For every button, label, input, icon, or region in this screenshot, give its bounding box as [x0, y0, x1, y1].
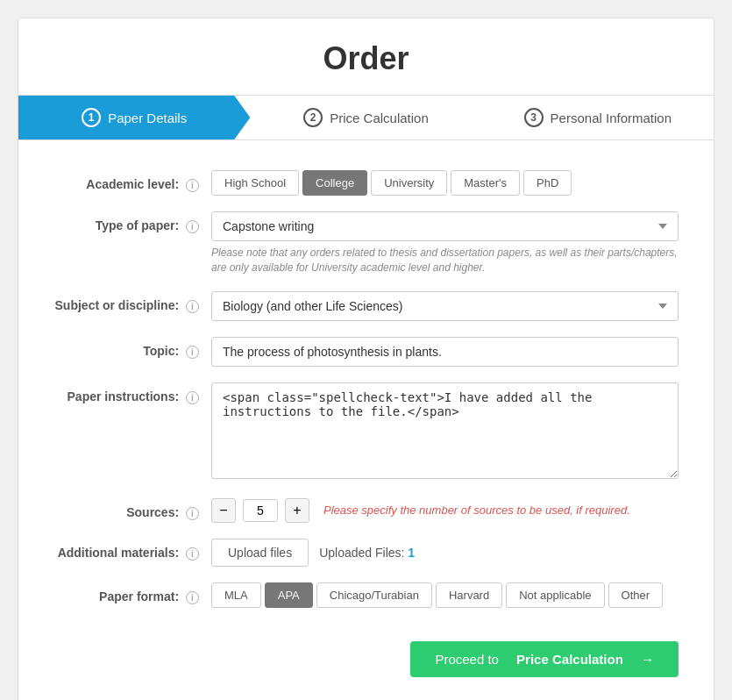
instructions-textarea[interactable]: <span class="spellcheck-text">I have add…	[211, 382, 679, 479]
additional-materials-label: Additional materials: i	[53, 539, 211, 561]
sources-label: Sources: i	[53, 498, 211, 520]
instructions-control: <span class="spellcheck-text">I have add…	[211, 382, 679, 482]
step2-label: Price Calculation	[330, 111, 429, 125]
topic-input[interactable]	[211, 337, 679, 367]
proceed-button[interactable]: Proceed to Price Calculation →	[410, 641, 679, 677]
instructions-info-icon[interactable]: i	[186, 391, 199, 404]
academic-level-info-icon[interactable]: i	[186, 179, 199, 192]
paper-format-options: MLA APA Chicago/Turabian Harvard Not app…	[211, 582, 679, 608]
step-paper-details[interactable]: 1 Paper Details	[18, 96, 250, 139]
step1-label: Paper Details	[108, 111, 187, 125]
subject-info-icon[interactable]: i	[186, 300, 199, 313]
topic-label: Topic: i	[53, 337, 211, 359]
sources-note: Please specify the number of sources to …	[323, 504, 630, 517]
academic-level-label: Academic level: i	[53, 170, 211, 192]
sources-value-input[interactable]	[243, 499, 278, 522]
additional-materials-row: Additional materials: i Upload files Upl…	[53, 539, 679, 567]
option-not-applicable[interactable]: Not applicable	[506, 582, 604, 608]
step2-num: 2	[303, 108, 323, 127]
step3-num: 3	[524, 108, 544, 127]
option-other[interactable]: Other	[608, 582, 664, 608]
proceed-btn-strong: Price Calculation	[516, 652, 623, 667]
uploaded-count: 1	[408, 546, 415, 560]
type-of-paper-info-icon[interactable]: i	[186, 220, 199, 233]
order-page: Order 1 Paper Details 2 Price Calculatio…	[18, 18, 714, 700]
academic-level-row: Academic level: i High School College Un…	[53, 170, 679, 196]
type-of-paper-row: Type of paper: i Capstone writing Please…	[53, 211, 679, 275]
sources-info-icon[interactable]: i	[186, 507, 199, 520]
type-of-paper-note: Please note that any orders related to t…	[211, 246, 679, 275]
subject-select[interactable]: Biology (and other Life Sciences)	[211, 291, 679, 321]
uploaded-info: Uploaded Files: 1	[319, 546, 415, 560]
topic-info-icon[interactable]: i	[186, 346, 199, 359]
option-college[interactable]: College	[302, 170, 367, 196]
academic-level-control: High School College University Master's …	[211, 170, 679, 196]
paper-format-control: MLA APA Chicago/Turabian Harvard Not app…	[211, 582, 679, 608]
sources-control-wrapper: − + Please specify the number of sources…	[211, 498, 679, 523]
option-university[interactable]: University	[371, 170, 447, 196]
subject-row: Subject or discipline: i Biology (and ot…	[53, 291, 679, 321]
sources-decrement-button[interactable]: −	[211, 498, 236, 523]
step3-label: Personal Information	[551, 111, 672, 125]
upload-area: Upload files Uploaded Files: 1	[211, 539, 679, 567]
type-of-paper-control: Capstone writing Please note that any or…	[211, 211, 679, 275]
step-price-calculation[interactable]: 2 Price Calculation	[250, 96, 481, 139]
type-of-paper-select[interactable]: Capstone writing	[211, 211, 679, 241]
upload-files-button[interactable]: Upload files	[211, 539, 309, 567]
subject-control: Biology (and other Life Sciences)	[211, 291, 679, 321]
additional-materials-control: Upload files Uploaded Files: 1	[211, 539, 679, 567]
paper-format-row: Paper format: i MLA APA Chicago/Turabian…	[53, 582, 679, 608]
sources-increment-button[interactable]: +	[285, 498, 309, 523]
option-masters[interactable]: Master's	[451, 170, 520, 196]
step1-num: 1	[82, 108, 101, 127]
topic-control	[211, 337, 679, 367]
proceed-btn-text: Proceed to	[435, 652, 499, 667]
proceed-arrow-icon: →	[641, 652, 654, 667]
topic-row: Topic: i	[53, 337, 679, 367]
paper-format-label: Paper format: i	[53, 582, 211, 604]
instructions-row: Paper instructions: i <span class="spell…	[53, 382, 679, 482]
option-high-school[interactable]: High School	[211, 170, 299, 196]
additional-materials-info-icon[interactable]: i	[186, 547, 199, 561]
option-chicago[interactable]: Chicago/Turabian	[316, 582, 432, 608]
step-personal-information[interactable]: 3 Personal Information	[482, 96, 714, 139]
steps-bar: 1 Paper Details 2 Price Calculation 3 Pe…	[18, 95, 714, 140]
sources-row: Sources: i − + Please specify the number…	[53, 498, 679, 523]
proceed-row: Proceed to Price Calculation →	[18, 632, 714, 677]
page-title: Order	[18, 18, 714, 95]
option-mla[interactable]: MLA	[211, 582, 261, 608]
type-of-paper-label: Type of paper: i	[53, 211, 211, 233]
paper-format-info-icon[interactable]: i	[186, 591, 199, 604]
option-harvard[interactable]: Harvard	[436, 582, 502, 608]
option-phd[interactable]: PhD	[523, 170, 572, 196]
academic-level-options: High School College University Master's …	[211, 170, 679, 196]
sources-stepper: − + Please specify the number of sources…	[211, 498, 679, 523]
option-apa[interactable]: APA	[265, 582, 313, 608]
form-body: Academic level: i High School College Un…	[18, 161, 714, 632]
subject-label: Subject or discipline: i	[53, 291, 211, 313]
instructions-label: Paper instructions: i	[53, 382, 211, 404]
